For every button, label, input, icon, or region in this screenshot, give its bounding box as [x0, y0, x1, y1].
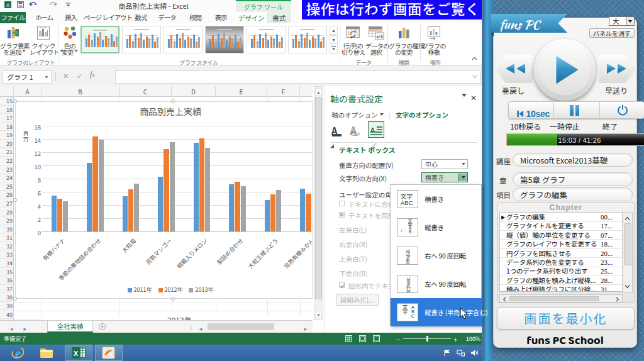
column-header-D[interactable]: D	[172, 86, 216, 97]
customize-toolbar-icon[interactable]	[65, 1, 71, 8]
hscroll-left-arrow[interactable]: ◄	[198, 325, 203, 332]
ribbon-tab-1[interactable]: ホーム	[30, 12, 58, 23]
fast-forward-button[interactable]	[599, 54, 636, 84]
row-header[interactable]: 31	[0, 233, 13, 242]
row-header[interactable]: 37	[0, 285, 13, 294]
worksheet[interactable]: ABCDEF 151617181920212223242526272829303…	[0, 86, 313, 320]
chart-title[interactable]: 商品別売上実績	[16, 105, 313, 118]
row-header[interactable]: 18	[0, 123, 13, 131]
column-header-F[interactable]: F	[267, 86, 300, 97]
enter-icon[interactable]: ✓	[77, 70, 82, 81]
overflow-checkbox[interactable]	[339, 212, 345, 218]
ribbon-tab-3[interactable]: ページ レイアウト	[84, 12, 126, 23]
sheet-nav-left-icon[interactable]: ◄	[9, 325, 14, 332]
row-header[interactable]: 19	[0, 131, 13, 140]
chart-object[interactable]: 商品別売上実績 百万 0246810121416有機バナナ季節の果物詰め合わせ大…	[15, 101, 313, 299]
text-effects-icon[interactable]: A	[350, 123, 364, 138]
autofit-checkbox[interactable]	[339, 201, 345, 206]
bar-2011年-4[interactable]	[194, 143, 199, 231]
row-header[interactable]: 38	[0, 293, 13, 302]
ribbon-tab-2[interactable]: 挿入	[62, 12, 79, 23]
redo-icon[interactable]	[48, 1, 58, 8]
row-header[interactable]: 29	[0, 216, 13, 225]
legend-item[interactable]: 2011年	[128, 286, 152, 294]
page-break-view-icon[interactable]	[373, 335, 380, 342]
ribbon-tab-0[interactable]: ファイル	[0, 12, 26, 23]
row-header[interactable]: 22	[0, 157, 13, 165]
legend-item[interactable]: 2012年	[158, 286, 183, 294]
chapter-row[interactable]: 円グラフを回転させる20...	[500, 249, 622, 258]
contextual-tab-0[interactable]: デザイン	[236, 12, 267, 23]
tab-splitter[interactable]: ⁞	[191, 324, 192, 331]
ribbon-tab-4[interactable]: 数式	[131, 12, 151, 23]
ribbon-tab-7[interactable]: 表示	[213, 12, 229, 23]
hide-panel-button[interactable]: パネルを消す	[589, 28, 635, 38]
row-header[interactable]: 28	[0, 208, 13, 217]
name-box[interactable]: グラフ 1	[3, 70, 52, 84]
column-header-A[interactable]: A	[14, 86, 42, 97]
pane-options-icon[interactable]	[462, 94, 467, 99]
add-chart-element-button[interactable]: グラフ要素を追加	[0, 25, 29, 56]
row-header[interactable]: 25	[0, 182, 13, 191]
bar-2012年-2[interactable]	[128, 189, 133, 231]
vertical-scroll-thumb[interactable]	[315, 97, 322, 299]
row-header[interactable]: 36	[0, 276, 13, 285]
chapter-hscroll-thumb[interactable]	[509, 296, 599, 302]
row-header[interactable]: 39	[0, 302, 13, 311]
chapter-row[interactable]: グラフタイトルを変更する17...	[500, 221, 622, 231]
section-textbox[interactable]: テキスト ボックス	[339, 145, 396, 155]
expand-formula-bar-icon[interactable]	[472, 75, 477, 79]
taskbar-excel-tile[interactable]: X	[65, 345, 92, 361]
collapse-section-icon[interactable]	[330, 144, 338, 152]
sheet-tab-active[interactable]: 全社実績	[47, 321, 93, 333]
chart-style-thumbnail[interactable]	[164, 26, 203, 53]
tray-flag-icon[interactable]	[443, 349, 451, 357]
ribbon-tab-6[interactable]: 校閲	[185, 12, 206, 23]
chapter-scroll-down-icon[interactable]	[625, 284, 630, 289]
vertical-align-select[interactable]: 中心	[421, 159, 468, 169]
bar-2013年-6[interactable]	[276, 190, 281, 231]
bar-2012年-5[interactable]	[235, 182, 240, 231]
wrap-text-checkbox[interactable]	[339, 282, 345, 288]
select-data-button[interactable]: データの選択	[365, 25, 387, 56]
bar-2013年-4[interactable]	[205, 148, 210, 231]
text-direction-select[interactable]: 横書き	[421, 172, 468, 182]
minimize-screen-button[interactable]: 画面を最小化	[497, 307, 635, 330]
bar-2012年-7[interactable]	[306, 194, 311, 231]
chapter-scroll-thumb[interactable]	[624, 223, 631, 265]
collapse-ribbon-icon[interactable]	[472, 57, 477, 60]
page-layout-view-icon[interactable]	[359, 335, 366, 342]
insert-function-icon[interactable]: fx	[90, 70, 94, 79]
chapter-row[interactable]: グラフの種類を積み上げ縦棒...28...	[500, 276, 622, 286]
chart-legend[interactable]: 2011年2012年2013年	[16, 286, 313, 294]
pane-close-icon[interactable]: ✕	[470, 92, 477, 103]
row-header[interactable]: 40	[0, 311, 13, 319]
bar-2013年-1[interactable]	[99, 140, 104, 231]
vertical-scrollbar[interactable]: ▲ ▼	[314, 86, 323, 320]
row-header[interactable]: 21	[0, 148, 13, 157]
bar-2011年-0[interactable]	[52, 196, 57, 231]
contextual-tab-1[interactable]: 書式	[267, 12, 291, 23]
bar-2013年-0[interactable]	[63, 201, 68, 231]
bar-2012年-1[interactable]	[92, 136, 97, 231]
bar-2011年-1[interactable]	[87, 163, 92, 231]
bar-2012年-0[interactable]	[57, 199, 62, 232]
columns-button[interactable]: 段組み(C)...	[336, 294, 379, 306]
change-chart-type-button[interactable]: グラフの種類の変更	[389, 25, 419, 56]
tray-volume-icon[interactable]	[470, 349, 478, 357]
row-header[interactable]: 26	[0, 191, 13, 199]
chart-style-thumbnail[interactable]	[288, 26, 327, 53]
row-header[interactable]: 34	[0, 259, 13, 268]
row-header[interactable]: 30	[0, 225, 13, 234]
chapter-scroll-right-icon[interactable]	[616, 297, 619, 302]
play-button[interactable]	[534, 39, 596, 101]
power-button[interactable]	[617, 104, 628, 116]
legend-item[interactable]: 2013年	[189, 286, 213, 294]
file-explorer-icon[interactable]	[40, 347, 53, 358]
zoom-out-icon[interactable]: −	[396, 334, 400, 344]
zoom-in-icon[interactable]: +	[453, 334, 457, 344]
undo-icon[interactable]	[29, 1, 39, 8]
row-header[interactable]: 33	[0, 250, 13, 259]
row-header[interactable]: 15	[0, 97, 13, 106]
bar-2013年-2[interactable]	[134, 184, 139, 231]
